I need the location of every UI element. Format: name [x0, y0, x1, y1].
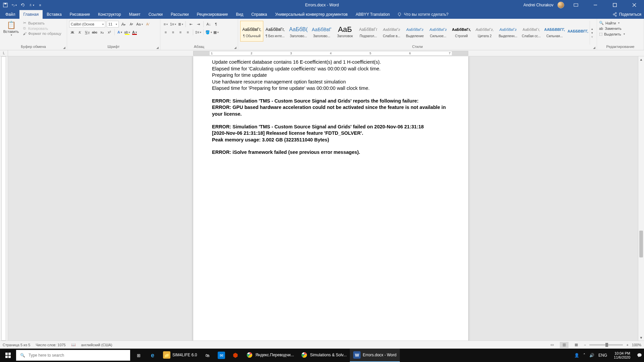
document-line[interactable]: Elapsed time for 'Preparing for time upd… [212, 85, 449, 92]
styles-expand-icon[interactable]: ▴▾▿ [590, 21, 595, 45]
status-page[interactable]: Страница 5 из 5 [3, 343, 30, 347]
strikethrough-button[interactable]: abc [91, 29, 98, 36]
tab-home[interactable]: Главная [19, 10, 43, 19]
multilevel-list-icon[interactable]: ≣▾ [177, 21, 184, 27]
underline-button[interactable]: Ч▾ [84, 29, 91, 36]
read-mode-icon[interactable]: ▭ [548, 342, 556, 348]
save-icon[interactable] [3, 2, 8, 8]
bullets-icon[interactable]: ≡▾ [162, 21, 169, 27]
tray-volume-icon[interactable]: 🔊 [589, 353, 594, 358]
font-color-icon[interactable]: A▾ [131, 29, 138, 36]
style-item[interactable]: АаБбВвГЗаголово... [310, 21, 333, 42]
qat-customize-icon[interactable]: ≡ [38, 2, 43, 8]
font-size-combo[interactable]: 11▾ [107, 21, 119, 27]
taskbar-edge[interactable]: e [146, 349, 160, 362]
styles-gallery[interactable]: АаБбВвГг,¶ ОбычныйАаБбВвГг,¶ Без инте...… [240, 21, 590, 42]
touch-mode-icon[interactable]: ▾ [29, 2, 34, 8]
tray-clock[interactable]: 10:04 PM 11/6/2020 [611, 351, 633, 359]
tray-chevron-up-icon[interactable]: ˄ [583, 353, 585, 358]
taskbar-store[interactable]: 🛍 [200, 349, 214, 362]
subscript-button[interactable]: x₂ [99, 29, 105, 36]
tray-language[interactable]: ENG [598, 353, 607, 358]
page[interactable]: Update coefficient database contains 16 … [193, 56, 468, 341]
shrink-font-icon[interactable]: A▾ [128, 21, 135, 27]
status-language[interactable]: английский (США) [81, 343, 112, 347]
maximize-icon[interactable] [607, 0, 623, 10]
print-layout-icon[interactable]: ▥ [560, 342, 569, 348]
document-line[interactable]: Update coefficient database contains 16 … [212, 59, 449, 66]
paragraph-dialog-launcher-icon[interactable]: ◢ [234, 46, 236, 49]
document-line[interactable] [212, 118, 449, 124]
share-button[interactable]: Поделиться [612, 10, 641, 19]
show-marks-icon[interactable]: ¶ [213, 21, 219, 27]
style-item[interactable]: АаБбВвГгСлабое в... [380, 21, 403, 42]
status-words[interactable]: Число слов: 1075 [36, 343, 65, 347]
clear-formatting-icon[interactable]: A⁄ [144, 21, 151, 27]
font-name-combo[interactable]: Calibri (Основ▾ [69, 21, 105, 27]
decrease-indent-icon[interactable]: ⇤ [187, 21, 194, 27]
tab-draw[interactable]: Рисование [66, 10, 94, 19]
zoom-out-icon[interactable]: − [584, 343, 586, 347]
document-line[interactable]: Preparing for time update [212, 72, 449, 79]
style-item[interactable]: АаБбВвГг,¶ Обычный [240, 21, 263, 42]
document-line[interactable]: ERROR: Simulation 'TMS - Custom Source S… [212, 124, 449, 130]
tab-insert[interactable]: Вставка [43, 10, 66, 19]
line-spacing-icon[interactable]: ‡≡▾ [195, 29, 202, 36]
tab-layout[interactable]: Макет [125, 10, 145, 19]
text-effects-icon[interactable]: A▾ [116, 29, 123, 36]
vertical-scrollbar[interactable]: ▲ ▼ [638, 56, 644, 341]
shading-icon[interactable]: 🪣▾ [205, 29, 212, 36]
taskbar-sim4life[interactable]: 📁SIM4LIFE 6.0 [160, 349, 200, 362]
find-button[interactable]: 🔍Найти▾ [599, 21, 625, 25]
tab-abbyy[interactable]: ABBYY Translation [352, 10, 394, 19]
vertical-ruler[interactable] [0, 56, 8, 341]
tab-references[interactable]: Ссылки [145, 10, 167, 19]
user-name[interactable]: Andrei Churakov [524, 3, 553, 7]
zoom-level[interactable]: 100% [632, 343, 641, 347]
cut-button[interactable]: ✂Вырезать [22, 21, 61, 25]
document-line[interactable]: ERROR: Simulation 'TMS - Custom Source S… [212, 98, 449, 105]
style-item[interactable]: АаБбВвГг,¶ Без инте... [263, 21, 286, 42]
justify-icon[interactable]: ≡ [184, 29, 191, 36]
grow-font-icon[interactable]: A▴ [120, 21, 127, 27]
document-line[interactable] [212, 92, 449, 98]
document-line[interactable]: ERROR: GPU based hardware acceleration c… [212, 104, 449, 117]
undo-icon[interactable]: ▾ [11, 2, 17, 8]
task-view-icon[interactable]: ⊞ [131, 349, 146, 362]
tab-design[interactable]: Конструктор [94, 10, 125, 19]
style-item[interactable]: АаБбВвГг,Цитата 2 [473, 21, 496, 42]
scroll-thumb[interactable] [639, 231, 643, 257]
style-item[interactable]: АаБЗаголовок [333, 21, 357, 42]
align-left-icon[interactable]: ≡ [162, 29, 169, 36]
scroll-up-icon[interactable]: ▲ [638, 56, 644, 62]
sort-icon[interactable]: A↓ [205, 21, 212, 27]
redo-icon[interactable] [20, 2, 25, 8]
taskbar-search[interactable]: 🔍 Type here to search [16, 350, 130, 361]
tab-help[interactable]: Справка [247, 10, 271, 19]
scroll-down-icon[interactable]: ▼ [638, 335, 644, 341]
ruler-corner-icon[interactable]: L [0, 50, 8, 56]
zoom-slider[interactable] [589, 344, 623, 346]
tab-udc[interactable]: Универсальный конвертер документов [271, 10, 352, 19]
clipboard-dialog-launcher-icon[interactable]: ◢ [63, 46, 65, 49]
font-dialog-launcher-icon[interactable]: ◢ [156, 46, 159, 49]
style-item[interactable]: АаБбВ(Заголово... [287, 21, 310, 42]
tray-people-icon[interactable]: 👤 [574, 353, 579, 358]
increase-indent-icon[interactable]: ⇥ [195, 21, 202, 27]
style-item[interactable]: АаБбВвГгВыделение [403, 21, 426, 42]
web-layout-icon[interactable]: ▦ [572, 342, 581, 348]
style-item[interactable]: АаБбВвГгПодзагол... [357, 21, 380, 42]
tab-file[interactable]: Файл [1, 10, 19, 19]
taskbar-chrome-sim[interactable]: Simulations & Solv... [297, 349, 350, 362]
change-case-icon[interactable]: Aa▾ [136, 21, 143, 27]
italic-button[interactable]: К [76, 29, 83, 36]
paste-button[interactable]: 📋 Вставить ▾ [2, 21, 20, 37]
user-avatar-icon[interactable] [557, 2, 564, 8]
taskbar-mail[interactable]: ✉ [214, 349, 228, 362]
highlight-color-icon[interactable]: ab▾ [124, 29, 130, 36]
taskbar-chrome-yandex[interactable]: Яндекс.Переводчи... [243, 349, 297, 362]
style-item[interactable]: АаБбВвГгВыделенн... [496, 21, 520, 42]
horizontal-ruler[interactable]: 1234567 [8, 50, 644, 56]
style-item[interactable]: АаБбВвГг,Слабая сс... [520, 21, 543, 42]
style-item[interactable]: АаБбВвГг,Строгий [450, 21, 473, 42]
